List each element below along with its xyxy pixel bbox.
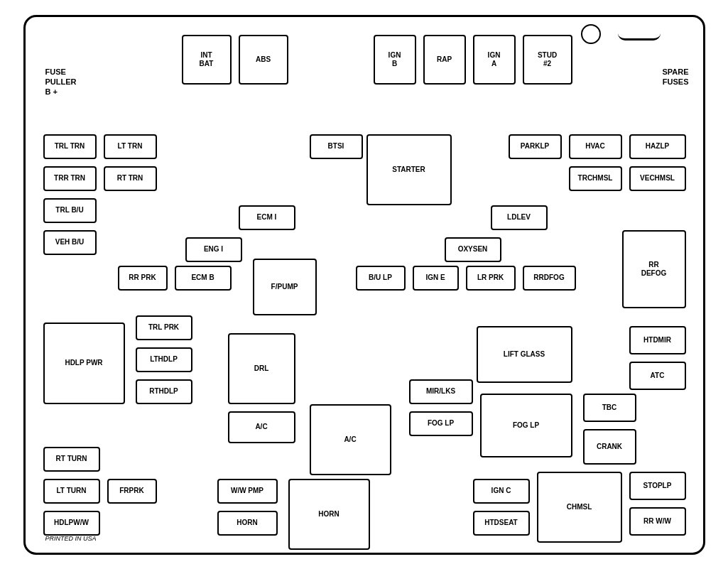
fuse-frprk: FRPRK <box>107 479 157 504</box>
fuse-chmsl: CHMSL <box>537 472 622 543</box>
fuse-horn-sm: HORN <box>217 511 278 536</box>
fuse-ac-small: A/C <box>228 411 295 443</box>
fuse-stoplp: STOPLP <box>629 472 686 500</box>
fuse-ecm-i: ECM I <box>239 205 295 230</box>
fuse-lt-trn: LT TRN <box>104 134 157 159</box>
fuse-lr-prk: LR PRK <box>466 266 516 291</box>
fuse-parklp: PARKLP <box>509 134 562 159</box>
fuse-trchmsl: TRCHMSL <box>569 166 622 191</box>
fuse-starter: STARTER <box>366 134 452 205</box>
fuse-oxysen: OXYSEN <box>445 237 501 262</box>
stud-connector <box>581 24 601 44</box>
fuse-lift-glass: LIFT GLASS <box>477 326 572 383</box>
fuse-puller-label: FUSEPULLERB + <box>45 67 77 97</box>
fuse-bu-lp: B/U LP <box>356 266 406 291</box>
fuse-rr-defog: RRDEFOG <box>622 230 686 308</box>
fuse-drl: DRL <box>228 333 295 404</box>
fuse-hdlp-pwr: HDLP PWR <box>43 323 125 404</box>
fuse-hvac: HVAC <box>569 134 622 159</box>
fuse-crank: CRANK <box>583 429 636 465</box>
spare-fuses-label: SPAREFUSES <box>662 67 688 87</box>
fuse-htdmir: HTDMIR <box>629 326 686 354</box>
fuse-ign-a: IGNA <box>473 35 516 85</box>
fuse-stud2: STUD#2 <box>523 35 572 85</box>
fuse-fog-lp-lg: FOG LP <box>480 394 572 457</box>
fuse-lt-turn: LT TURN <box>43 479 100 504</box>
fuse-tbc: TBC <box>583 394 636 422</box>
fuse-horn-lg: HORN <box>288 479 370 550</box>
fuse-rrdfog: RRDFOG <box>523 266 576 291</box>
fuse-eng-i: ENG I <box>185 237 242 262</box>
fuse-lthdlp: LTHDLP <box>136 347 192 372</box>
fuse-rt-trn: RT TRN <box>104 166 157 191</box>
fuse-trl-bu: TRL B/U <box>43 198 97 223</box>
fuse-hazlp: HAZLP <box>629 134 686 159</box>
fuse-rr-ww: RR W/W <box>629 507 686 536</box>
fuse-rr-prk: RR PRK <box>118 266 168 291</box>
fuse-ign-e: IGN E <box>413 266 459 291</box>
fuse-diagram: FUSEPULLERB + SPAREFUSES PRINTED IN USA … <box>23 15 705 555</box>
fuse-ign-b: IGNB <box>374 35 416 85</box>
fuse-rap: RAP <box>423 35 466 85</box>
fuse-hdlpww: HDLPW/W <box>43 511 100 536</box>
fuse-int-bat: INTBAT <box>182 35 232 85</box>
fuse-ldlev: LDLEV <box>491 205 548 230</box>
fuse-trr-trn: TRR TRN <box>43 166 97 191</box>
fuse-fog-lp-sm: FOG LP <box>409 411 473 436</box>
fuse-fpump: F/PUMP <box>253 259 317 315</box>
fuse-trl-trn: TRL TRN <box>43 134 97 159</box>
fuse-atc: ATC <box>629 362 686 390</box>
fuse-htdseat: HTDSEAT <box>473 511 530 536</box>
fuse-mir-lks: MIR/LKS <box>409 379 473 404</box>
fuse-ww-pmp: W/W PMP <box>217 479 278 504</box>
fuse-btsi: BTSI <box>310 134 363 159</box>
fuse-ac-lg: A/C <box>310 404 391 475</box>
fuse-abs: ABS <box>239 35 288 85</box>
fuse-ecm-b: ECM B <box>175 266 232 291</box>
printed-label: PRINTED IN USA <box>45 535 97 542</box>
fuse-veh-bu: VEH B/U <box>43 230 97 255</box>
fuse-trl-prk: TRL PRK <box>136 315 192 340</box>
fuse-rthdlp: RTHDLP <box>136 379 192 404</box>
fuse-vechmsl: VECHMSL <box>629 166 686 191</box>
fuse-ign-c: IGN C <box>473 479 530 504</box>
fuse-rt-turn: RT TURN <box>43 447 100 472</box>
